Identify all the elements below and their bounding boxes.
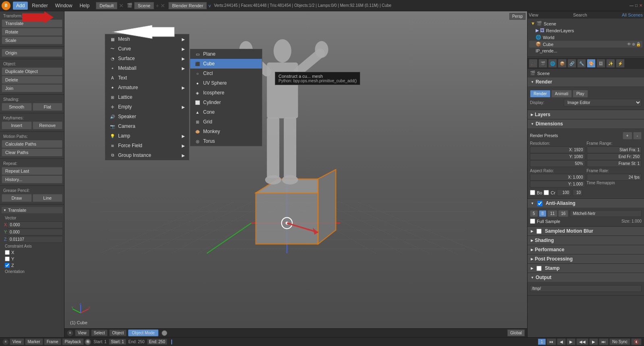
minimize-btn[interactable]: — xyxy=(629,3,634,8)
x-asp-field[interactable]: X: 1.000 xyxy=(530,174,585,181)
timeline-menu-btn[interactable]: ≡ xyxy=(2,339,9,345)
next-frame-btn[interactable]: ▶ xyxy=(589,338,598,345)
fps-field[interactable]: 24 fps xyxy=(587,174,642,181)
duplicate-object-btn[interactable]: Duplicate Object xyxy=(2,67,62,75)
group-instance-menu-item[interactable]: ⧉ Group Instance ▶ xyxy=(105,150,189,160)
tab-physics[interactable]: ⚡ xyxy=(616,59,625,68)
translate-section[interactable]: Translate xyxy=(2,207,62,213)
armature-menu-item[interactable]: ✦ Armature ▶ xyxy=(105,83,189,92)
text-menu-item[interactable]: A Text xyxy=(105,73,189,83)
y-asp-field[interactable]: Y: 1.000 xyxy=(530,181,585,188)
camera-menu-item[interactable]: 📷 Camera xyxy=(105,121,189,131)
y-res-field[interactable]: Y: 1080 xyxy=(530,153,585,160)
history-btn[interactable]: History... xyxy=(2,175,62,183)
menu-window[interactable]: Window xyxy=(52,2,76,10)
display-selector[interactable]: Image Editor xyxy=(564,99,642,106)
tab-world[interactable]: 🌐 xyxy=(548,59,557,68)
lock-icon[interactable]: 🔒 xyxy=(636,42,641,46)
tab-object[interactable]: 📦 xyxy=(558,59,567,68)
frame-st-field[interactable]: Frame St: 1 xyxy=(587,160,642,167)
remove-btn[interactable]: Remove xyxy=(33,121,63,129)
stamp-section-title[interactable]: ▶ Stamp xyxy=(528,264,644,273)
monkey-item[interactable]: 🐵 Monkey xyxy=(190,127,262,136)
rotate-btn[interactable]: Rotate xyxy=(2,28,62,36)
join-btn[interactable]: Join xyxy=(2,84,62,92)
circle-item[interactable]: ○ Circl xyxy=(190,69,262,78)
layout-selector[interactable]: Default xyxy=(96,2,117,9)
force-field-menu-item[interactable]: ≋ Force Field ▶ xyxy=(105,141,189,150)
output-section-title[interactable]: ▼ Output xyxy=(528,273,644,282)
close-btn[interactable]: ✕ xyxy=(639,3,642,8)
x-field[interactable] xyxy=(8,221,63,228)
maximize-btn[interactable]: □ xyxy=(635,3,638,8)
aa-16-btn[interactable]: 16 xyxy=(558,210,568,217)
end-fr-field[interactable]: End Fr: 250 xyxy=(587,153,642,160)
draw-btn[interactable]: Draw xyxy=(2,194,32,202)
smooth-btn[interactable]: Smooth xyxy=(2,103,32,111)
scene-tree-world[interactable]: 🌐 World xyxy=(529,34,642,41)
tab-modifiers[interactable]: 🔧 xyxy=(577,59,586,68)
bottom-frame-btn[interactable]: Frame xyxy=(44,338,61,345)
viewport-menu-btn[interactable]: ≡ xyxy=(67,330,73,336)
layers-section-title[interactable]: ▶ Layers xyxy=(528,110,644,119)
icosphere-item[interactable]: ◈ Icosphere xyxy=(190,88,262,98)
repeat-last-btn[interactable]: Repeat Last xyxy=(2,167,62,175)
torus-item[interactable]: ◎ Torus xyxy=(190,136,262,146)
coord-sys-selector[interactable]: Global xyxy=(507,329,525,336)
aa-enable-check[interactable] xyxy=(537,201,542,206)
z-field[interactable] xyxy=(8,236,63,243)
scene-selector[interactable]: Scene xyxy=(134,2,154,9)
filter-selector[interactable]: Mitchell-Netr xyxy=(570,210,642,217)
lamp-menu-item[interactable]: 💡 Lamp ▶ xyxy=(105,131,189,141)
viewport-perspective-btn[interactable]: Persp xyxy=(509,13,526,20)
mode-selector[interactable]: Object Mode xyxy=(128,329,158,336)
menu-help[interactable]: Help xyxy=(76,2,93,10)
remap2-field[interactable]: 10 xyxy=(573,189,583,196)
animate-btn[interactable]: Animati xyxy=(551,90,572,98)
uvsphere-item[interactable]: ● UV Sphere xyxy=(190,78,262,88)
timeline-scrubber[interactable] xyxy=(171,341,534,343)
play-btn[interactable]: ▶ xyxy=(567,338,575,345)
bottom-view-btn[interactable]: View xyxy=(10,338,24,345)
select-btn[interactable]: Select xyxy=(91,329,108,336)
post-processing-section-title[interactable]: ▶ Post Processing xyxy=(528,254,644,263)
shading-section-title[interactable]: ▶ Shading xyxy=(528,236,644,245)
aa-8-btn[interactable]: 8 xyxy=(539,210,547,217)
object-btn[interactable]: Object xyxy=(109,329,127,336)
start-fra-field[interactable]: Start Fra: 1 xyxy=(587,146,642,153)
aa-section-title[interactable]: ▼ Anti-Aliasing xyxy=(528,199,644,208)
cr-check[interactable] xyxy=(544,190,549,195)
scene-tree-scene[interactable]: ▼ 🎬 Scene xyxy=(529,20,642,27)
pivot-btn[interactable] xyxy=(162,330,167,336)
menu-render[interactable]: Render xyxy=(29,2,51,10)
output-path-field[interactable] xyxy=(530,285,642,292)
bottom-playback-btn[interactable]: Playback xyxy=(62,338,84,345)
cube-item[interactable]: ⬛ Cube xyxy=(190,59,262,69)
render-engine-selector[interactable]: Blender Render xyxy=(168,2,207,9)
tab-particles[interactable]: ✨ xyxy=(606,59,615,68)
line-btn[interactable]: Line xyxy=(33,194,63,202)
bo-check[interactable] xyxy=(530,190,535,195)
x-constraint-check[interactable] xyxy=(5,250,10,255)
delete-btn[interactable]: Delete xyxy=(2,76,62,84)
y-field[interactable] xyxy=(8,229,63,236)
audio-btn[interactable]: 🔇 xyxy=(631,338,642,345)
origin-btn[interactable]: Origin xyxy=(2,49,62,57)
dimensions-section-title[interactable]: ▼ Dimensions xyxy=(528,119,644,128)
scene-tree-cube[interactable]: 📦 Cube 👁 ⊕ 🔒 xyxy=(529,41,642,48)
prev-frame-btn[interactable]: ◀ xyxy=(557,338,566,345)
render-btn[interactable]: Render xyxy=(530,90,551,98)
eye-icon[interactable]: 👁 xyxy=(627,42,631,46)
menu-add[interactable]: Add xyxy=(13,2,28,10)
speaker-menu-item[interactable]: 🔊 Speaker xyxy=(105,112,189,121)
jump-start-btn[interactable]: ⏮ xyxy=(546,338,556,345)
plane-item[interactable]: ▭ Plane xyxy=(190,49,262,59)
tab-texture[interactable]: 🖼 xyxy=(596,59,605,68)
play-rev-btn[interactable]: ◀◀ xyxy=(576,338,588,345)
scale-btn[interactable]: Scale xyxy=(2,36,62,44)
smb-section-title[interactable]: ▶ Sampled Motion Blur xyxy=(528,227,644,236)
end-frame-field[interactable]: End: 250 xyxy=(147,339,167,345)
stamp-enable-check[interactable] xyxy=(536,266,542,271)
x-res-field[interactable]: X: 1920 xyxy=(530,146,585,153)
aa-11-btn[interactable]: 11 xyxy=(547,210,557,217)
